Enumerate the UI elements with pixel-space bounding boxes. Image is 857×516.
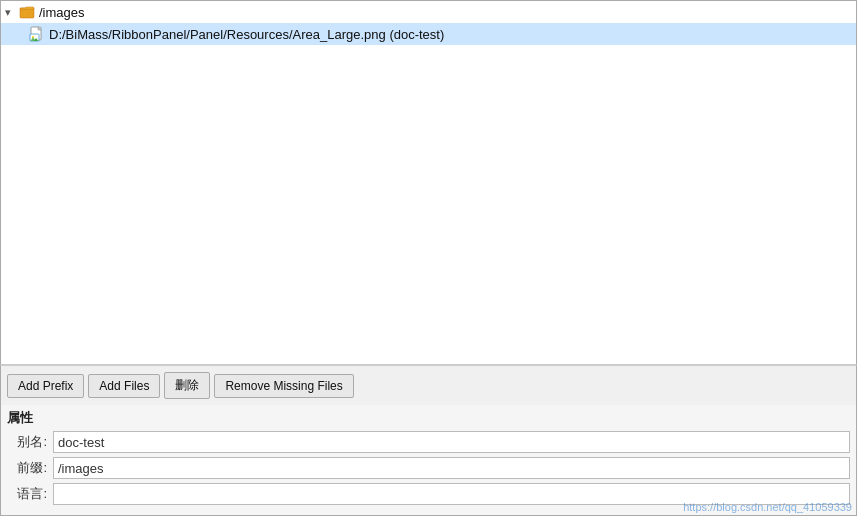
main-container: ▾ /images [0,0,857,516]
alias-row: 别名: [7,431,850,453]
prefix-row: 前缀: [7,457,850,479]
tree-area: ▾ /images [0,0,857,365]
chevron-down-icon: ▾ [5,6,17,18]
tree-root-label: /images [39,5,85,20]
delete-button[interactable]: 删除 [164,372,210,399]
alias-label: 别名: [7,433,47,451]
prefix-input[interactable] [53,457,850,479]
file-item-label: D:/BiMass/RibbonPanel/Panel/Resources/Ar… [49,27,444,42]
language-input[interactable] [53,483,850,505]
add-prefix-button[interactable]: Add Prefix [7,374,84,398]
file-icon [29,26,45,42]
add-files-button[interactable]: Add Files [88,374,160,398]
properties-panel: 属性 别名: 前缀: 语言: https://blog.csdn.net/qq_… [0,405,857,516]
svg-rect-0 [20,8,34,18]
language-label: 语言: [7,485,47,503]
folder-icon [19,4,35,20]
toolbar: Add Prefix Add Files 删除 Remove Missing F… [0,365,857,405]
language-row: 语言: [7,483,850,505]
remove-missing-files-button[interactable]: Remove Missing Files [214,374,353,398]
tree-root-node[interactable]: ▾ /images [1,1,856,23]
properties-title: 属性 [7,409,850,427]
prefix-label: 前缀: [7,459,47,477]
alias-input[interactable] [53,431,850,453]
tree-file-item[interactable]: D:/BiMass/RibbonPanel/Panel/Resources/Ar… [1,23,856,45]
